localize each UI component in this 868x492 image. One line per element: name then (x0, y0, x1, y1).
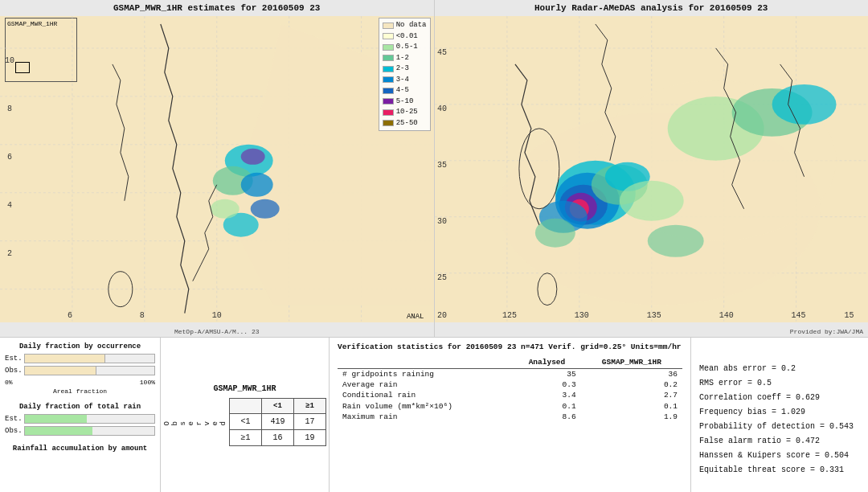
svg-text:125: 125 (502, 311, 516, 320)
est-rain-label: Est. (5, 415, 23, 423)
svg-text:25: 25 (436, 273, 446, 282)
cont-cell-b: 17 (294, 413, 326, 429)
left-map-credit: MetOp-A/AMSU-A/M... 23 (174, 328, 260, 335)
legend-color-1-2 (383, 55, 394, 61)
stats-val-2-analysed: 3.4 (513, 390, 580, 400)
svg-text:35: 35 (436, 161, 446, 170)
svg-point-64 (647, 225, 703, 257)
stats-col-analysed: Analysed (513, 356, 580, 369)
obs-rain-label: Obs. (5, 427, 23, 435)
correlation-coeff: Correlation coeff = 0.629 (699, 391, 860, 405)
stats-val-3-analysed: 0.1 (513, 400, 580, 412)
svg-text:40: 40 (436, 105, 446, 113)
svg-text:10: 10 (5, 56, 14, 65)
svg-text:6: 6 (7, 153, 12, 162)
est-occurrence-row: Est. (5, 354, 155, 363)
obs-rain-row: Obs. (5, 426, 155, 436)
cont-row-label-lt1: <1 (230, 413, 262, 429)
stats-val-1-gsmap: 0.2 (581, 379, 682, 390)
legend-label-5-10: 5-10 (396, 96, 414, 108)
obs-vertical-label: Observed (163, 420, 227, 425)
legend-row-05-1: 0.5-1 (383, 42, 427, 53)
legend-row-2-3: 2-3 (383, 64, 427, 75)
freq-bias: Frequency bias = 1.029 (699, 405, 860, 420)
est-rain-row: Est. (5, 414, 155, 424)
svg-point-54 (772, 84, 836, 125)
left-map-title: GSMAP_MWR_1HR estimates for 20160509 23 (0, 3, 434, 13)
svg-text:20: 20 (436, 311, 446, 320)
legend-label-10-25: 10-25 (396, 107, 418, 118)
legend-label-25-50: 25-50 (396, 118, 418, 129)
stats-label-3: Rain volume (mm*km²×10⁶) (338, 400, 513, 412)
obs-rain-bar-outer (24, 426, 155, 436)
svg-text:8: 8 (140, 311, 145, 320)
legend-label-lt001: <0.01 (396, 31, 418, 43)
svg-text:4: 4 (7, 201, 12, 210)
stats-val-1-analysed: 0.3 (513, 379, 580, 390)
cont-row-ge1: ≥1 16 19 (230, 429, 326, 445)
cont-header-empty (230, 398, 262, 413)
legend-label-nodata: No data (396, 20, 427, 31)
stats-val-0-gsmap: 36 (581, 369, 682, 380)
cont-cell-d: 19 (294, 429, 326, 445)
legend: No data <0.01 0.5-1 1-2 2-3 (379, 18, 431, 131)
obs-occurrence-bar-outer (24, 366, 155, 375)
right-map-credit: Provided by:JWA/JMA (790, 328, 863, 335)
legend-label-05-1: 0.5-1 (396, 42, 418, 53)
metrics-section: Mean abs error = 0.2 RMS error = 0.5 Cor… (691, 338, 868, 492)
mean-abs-error: Mean abs error = 0.2 (699, 362, 860, 376)
legend-row-3-4: 3-4 (383, 75, 427, 86)
stats-val-4-gsmap: 1.9 (581, 412, 682, 422)
svg-text:2: 2 (7, 249, 12, 258)
legend-color-4-5 (383, 88, 394, 94)
hanssen-kuipers: Hanssen & Kuipers score = 0.504 (699, 449, 860, 463)
stats-section: Verification statistics for 20160509 23 … (330, 338, 691, 492)
legend-color-05-1 (383, 44, 394, 51)
legend-label-1-2: 1-2 (396, 53, 409, 64)
right-map-title: Hourly Radar-AMeDAS analysis for 2016050… (435, 3, 869, 13)
svg-point-63 (619, 181, 683, 221)
svg-point-67 (537, 273, 556, 305)
legend-row-10-25: 10-25 (383, 107, 427, 118)
svg-text:145: 145 (791, 311, 805, 320)
obs-occurrence-bar (25, 367, 96, 375)
contingency-title: GSMAP_MWR_1HR (213, 384, 276, 393)
contingency-table: <1 ≥1 <1 419 17 ≥1 16 19 (229, 398, 326, 446)
est-occurrence-bar-outer (24, 354, 155, 363)
occurrence-chart-title: Daily fraction by occurrence (5, 342, 155, 351)
rain-chart-title: Daily fraction of total rain (5, 403, 155, 411)
obs-occurrence-label: Obs. (5, 367, 23, 375)
obs-label-col: Observed (163, 420, 229, 425)
est-occurrence-label: Est. (5, 355, 23, 363)
stats-val-4-analysed: 8.6 (513, 412, 580, 422)
occurrence-axis-left: 0% (5, 379, 13, 386)
svg-text:140: 140 (719, 311, 733, 320)
legend-color-lt001 (383, 33, 394, 39)
stats-title: Verification statistics for 20160509 23 … (338, 342, 682, 351)
stats-row-4: Maximum rain 8.6 1.9 (338, 412, 682, 422)
legend-row-1-2: 1-2 (383, 53, 427, 64)
svg-text:30: 30 (436, 217, 446, 226)
svg-point-25 (251, 199, 280, 219)
right-map-svg: 45 40 35 30 25 20 125 130 135 140 145 15 (435, 0, 869, 322)
main-container: GSMAP_MWR_1HR estimates for 20160509 23 … (0, 0, 868, 492)
cont-header-ge1: ≥1 (294, 398, 326, 413)
svg-point-26 (241, 149, 265, 165)
legend-color-2-3 (383, 66, 394, 72)
svg-text:6: 6 (68, 311, 72, 320)
legend-color-25-50 (383, 120, 394, 126)
rainfall-chart-title: Rainfall accumulation by amount (5, 445, 155, 453)
rms-error: RMS error = 0.5 (699, 376, 860, 391)
cont-row-label-ge1: ≥1 (230, 429, 262, 445)
svg-text:45: 45 (436, 48, 446, 57)
left-map-panel: GSMAP_MWR_1HR estimates for 20160509 23 … (0, 0, 435, 337)
svg-text:15: 15 (844, 311, 854, 320)
stats-val-2-gsmap: 2.7 (581, 390, 682, 400)
legend-label-3-4: 3-4 (396, 75, 409, 86)
stats-row-0: # gridpoints raining 35 36 (338, 369, 682, 380)
legend-color-nodata (383, 23, 394, 29)
right-map-panel: Hourly Radar-AMeDAS analysis for 2016050… (435, 0, 869, 337)
stats-row-3: Rain volume (mm*km²×10⁶) 0.1 0.1 (338, 400, 682, 412)
stats-val-0-analysed: 35 (513, 369, 580, 380)
top-row: GSMAP_MWR_1HR estimates for 20160509 23 … (0, 0, 868, 338)
